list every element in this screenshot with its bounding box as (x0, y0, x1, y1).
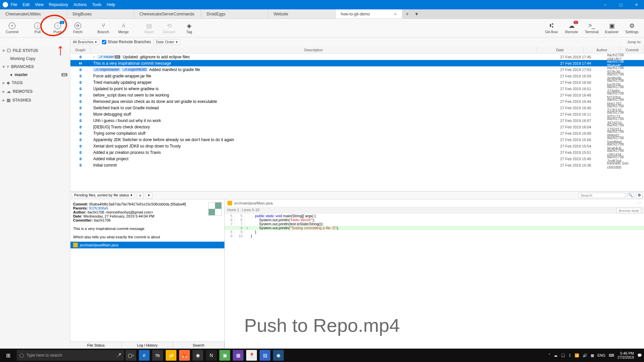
taskbar-search[interactable]: ◯Type here to search🎤 (17, 350, 124, 361)
menu-help[interactable]: Help (107, 2, 115, 7)
branches-header[interactable]: ▾⑂BRANCHES (0, 62, 70, 71)
commit-row[interactable]: Force add gradle-wrapper.jar file27 Feb … (70, 73, 644, 79)
notifications-icon[interactable]: 💬 (637, 353, 642, 358)
taskbar-clock[interactable]: 5:46 PM27/2/2019 (618, 351, 634, 359)
language-indicator[interactable]: ENG (597, 353, 605, 357)
col-author[interactable]: Author (584, 46, 621, 53)
repo-tab[interactable]: how-to-git-demo× (335, 9, 402, 18)
remote-button[interactable]: ☁1Remote (561, 20, 582, 36)
onedrive-icon[interactable]: ☁ (554, 353, 557, 358)
sourcetree-icon[interactable]: ◉ (273, 350, 284, 361)
maps-icon[interactable]: 📍 (246, 350, 257, 361)
list-view-icon[interactable]: ≡ (137, 192, 144, 198)
commit-row[interactable]: Removed java version check as its done a… (70, 98, 644, 105)
menu-file[interactable]: File (11, 2, 17, 7)
col-description[interactable]: Description (91, 46, 537, 53)
app-icon[interactable]: ▣ (219, 350, 230, 361)
commit-row[interactable]: [DEBUG] Travis check directory27 Feb 201… (70, 124, 644, 130)
ellipsis-icon[interactable]: ⋯ (638, 201, 641, 205)
stash-button[interactable]: ▤Stash (139, 20, 159, 36)
parent-link[interactable]: 922fc308a5 (89, 206, 108, 210)
repo-tab[interactable]: Website (268, 9, 335, 18)
explorer-button[interactable]: ▣Explorer (602, 20, 622, 36)
start-button[interactable]: ⊞ (0, 349, 16, 362)
tab-log-history[interactable]: Log / History (122, 342, 173, 349)
commit-row[interactable]: Initial commit27 Feb 2019 15:36Kenneth S… (70, 162, 644, 168)
add-tab-button[interactable]: + (402, 9, 412, 18)
bluetooth-icon[interactable]: ᛒ (569, 353, 571, 357)
date-order-filter[interactable]: Date Order▾ (154, 39, 180, 45)
menu-actions[interactable]: Actions (73, 2, 87, 7)
task-view-icon[interactable]: ▢▫ (125, 350, 136, 361)
commit-row[interactable]: More debugging stuff27 Feb 2019 16:11ita… (70, 111, 644, 117)
col-graph[interactable]: Graph (70, 46, 91, 53)
app-icon[interactable]: ▤ (260, 350, 270, 361)
commit-row[interactable]: Uhh i guess i found out why it no work27… (70, 117, 644, 124)
sort-combo[interactable]: Pending files, sorted by file status▾ (72, 192, 135, 198)
edge-icon[interactable]: e (139, 350, 150, 361)
repo-tab[interactable]: CheesecakeUtilities (0, 9, 67, 18)
tray-icon[interactable]: ▦ (591, 353, 594, 358)
commit-button[interactable]: +Commit (2, 20, 22, 36)
maximize-button[interactable]: ▢ (613, 0, 629, 9)
settings-button[interactable]: ⚙Settings (622, 20, 642, 36)
menu-edit[interactable]: Edit (22, 2, 30, 7)
working-copy-item[interactable]: Working Copy (0, 55, 70, 62)
branch-button[interactable]: ⑂Branch (93, 20, 113, 36)
terminal-button[interactable]: >_Terminal (582, 20, 602, 36)
commit-row[interactable]: Apparently JDK Switcher is done before a… (70, 136, 644, 143)
wifi-icon[interactable]: 📶 (575, 353, 579, 358)
repo-tab[interactable]: SingBuses (67, 9, 134, 18)
tab-file-status[interactable]: File Status (70, 342, 122, 349)
ime-icon[interactable]: ⌨ (609, 353, 614, 358)
commit-row[interactable]: This is a very inspirational commit mess… (70, 60, 644, 66)
close-button[interactable]: ✕ (629, 0, 644, 9)
tags-header[interactable]: ▸◈TAGS (0, 78, 70, 87)
menu-repository[interactable]: Repository (49, 2, 68, 7)
notion-icon[interactable]: N (206, 350, 217, 361)
explorer-icon[interactable]: 📁 (166, 350, 176, 361)
reverse-hunk-button[interactable]: Reverse hunk (616, 208, 641, 213)
col-commit[interactable]: Commit (621, 46, 644, 53)
commit-row[interactable]: Switched track to use Gradle instead27 F… (70, 105, 644, 111)
repo-tab[interactable]: DroidEggs (201, 9, 268, 18)
fetch-button[interactable]: ⟳Fetch (68, 20, 88, 36)
col-date[interactable]: Date (537, 46, 584, 53)
commit-row[interactable]: Xenial dont support JDK8 so drop down to… (70, 143, 644, 149)
tab-overflow-button[interactable]: ▾ (412, 9, 421, 18)
volume-icon[interactable]: 🔊 (583, 353, 587, 358)
gitflow-button[interactable]: ⑆Git-flow (541, 20, 561, 36)
remotes-header[interactable]: ▸☁REMOTES (0, 87, 70, 96)
headphones-icon[interactable]: 🎧 (561, 353, 566, 358)
commit-row[interactable]: before_script does not seem to be workin… (70, 92, 644, 98)
commit-row[interactable]: ⎇ origin/master⎇ origin/HEADAdded manife… (70, 66, 644, 73)
commit-row[interactable]: Updated to point to where gradlew is27 F… (70, 85, 644, 92)
commit-row[interactable]: ◦⎇ master 21Updated .gitignore to add ec… (70, 54, 644, 60)
minimize-button[interactable]: ─ (598, 0, 613, 9)
commit-row[interactable]: Tried manually updating wrapper27 Feb 20… (70, 79, 644, 85)
merge-button[interactable]: ⑃Merge (113, 20, 133, 36)
commit-row[interactable]: Added initial project27 Feb 2019 15:40it… (70, 156, 644, 162)
changed-file-item[interactable]: src/main/java/Main.java (70, 242, 224, 248)
repo-tab[interactable]: CheesecakeServerCommands (134, 9, 201, 18)
diff-search-input[interactable]: Search (578, 193, 625, 198)
commit-row[interactable]: Trying some compilation stuff27 Feb 2019… (70, 130, 644, 136)
show-remote-checkbox[interactable]: Show Remote Branches (102, 40, 151, 44)
firefox-icon[interactable]: 🦊 (179, 350, 190, 361)
commit-row[interactable]: Added a jar creation process to Travis27… (70, 149, 644, 156)
gear-icon[interactable]: ⚙ (636, 192, 643, 198)
master-branch-item[interactable]: ●master21 (0, 71, 70, 78)
push-button[interactable]: ↑2Push (48, 20, 68, 36)
tab-search[interactable]: Search (173, 342, 224, 349)
menu-tools[interactable]: Tools (92, 2, 102, 7)
stashes-header[interactable]: ▸▤STASHES (0, 96, 70, 105)
close-icon[interactable]: × (394, 11, 397, 17)
tag-button[interactable]: ◈Tag (179, 20, 199, 36)
store-icon[interactable]: 🛍 (152, 350, 163, 361)
tray-chevron-icon[interactable]: ˄ (548, 353, 550, 358)
view-options-icon[interactable]: ▾ (146, 192, 152, 198)
twitch-icon[interactable]: ▦ (233, 350, 244, 361)
pull-button[interactable]: ↓Pull (28, 20, 48, 36)
chrome-icon[interactable]: ◉ (193, 350, 203, 361)
search-icon[interactable]: 🔍 (627, 192, 634, 198)
